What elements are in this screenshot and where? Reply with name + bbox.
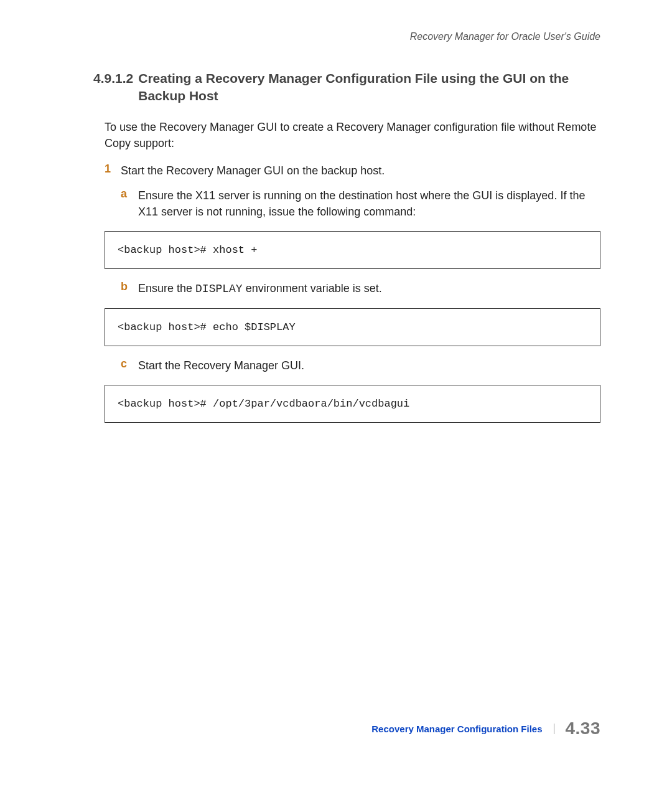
code-block-a: <backup host># xhost + [105, 231, 600, 269]
substep-text: Start the Recovery Manager GUI. [138, 357, 304, 374]
document-page: Recovery Manager for Oracle User's Guide… [0, 0, 672, 807]
step-text: Start the Recovery Manager GUI on the ba… [121, 163, 385, 179]
step-number: 1 [105, 163, 121, 179]
substep-text: Ensure the X11 server is running on the … [138, 187, 600, 220]
code-block-b: <backup host># echo $DISPLAY [105, 308, 600, 346]
page-footer: Recovery Manager Configuration Files 4.3… [93, 719, 600, 739]
substep-a: a Ensure the X11 server is running on th… [121, 187, 600, 220]
code-block-c: <backup host># /opt/3par/vcdbaora/bin/vc… [105, 385, 600, 423]
substep-c: c Start the Recovery Manager GUI. [121, 357, 600, 374]
running-header: Recovery Manager for Oracle User's Guide [93, 31, 600, 42]
text-post: environment variable is set. [243, 282, 382, 295]
intro-paragraph: To use the Recovery Manager GUI to creat… [105, 119, 600, 151]
section-heading: 4.9.1.2 Creating a Recovery Manager Conf… [93, 70, 600, 105]
step-1: 1 Start the Recovery Manager GUI on the … [105, 163, 600, 179]
footer-page-number: 4.33 [554, 719, 601, 739]
footer-section-name: Recovery Manager Configuration Files [371, 724, 554, 734]
section-number: 4.9.1.2 [93, 70, 133, 105]
substep-letter: a [121, 187, 138, 220]
substep-b: b Ensure the DISPLAY environment variabl… [121, 280, 600, 297]
substep-text: Ensure the DISPLAY environment variable … [138, 280, 382, 297]
inline-code: DISPLAY [195, 283, 243, 295]
substep-letter: c [121, 357, 138, 374]
section-title: Creating a Recovery Manager Configuratio… [138, 70, 600, 105]
text-pre: Ensure the [138, 282, 195, 295]
substep-letter: b [121, 280, 138, 297]
